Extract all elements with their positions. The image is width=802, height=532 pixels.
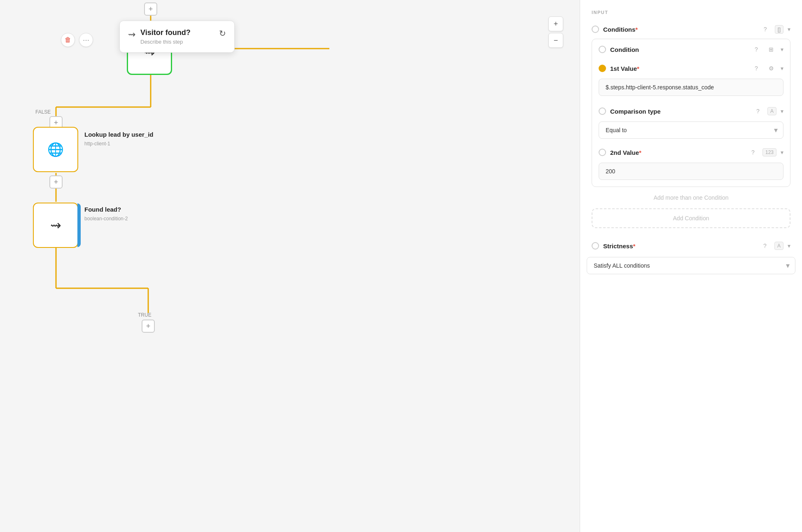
plus-between-nodes[interactable]: + — [49, 175, 63, 189]
globe-icon: 🌐 — [47, 142, 64, 157]
add-condition-button[interactable]: Add Condition — [592, 208, 790, 228]
canvas-area: + 🗑 ⋯ ⇝ ⇝ Visitor found? Describe this s… — [0, 0, 580, 532]
condition-dropdown-arrow[interactable]: ▾ — [781, 46, 783, 53]
strictness-dropdown-arrow[interactable]: ▾ — [788, 243, 790, 249]
false-label: FALSE — [35, 109, 51, 115]
zoom-in-button[interactable]: + — [548, 16, 563, 31]
lookup-lead-title: Lookup lead by user_id — [84, 131, 154, 138]
bracket-type-indicator: [] — [775, 25, 783, 34]
second-value-input[interactable] — [599, 163, 783, 180]
comparison-type-dropdown-arrow[interactable]: ▾ — [781, 108, 783, 114]
node-popup: ⇝ Visitor found? Describe this step ↻ — [119, 21, 235, 53]
strictness-select-wrapper: Satisfy ALL conditions Satisfy ANY condi… — [587, 257, 795, 274]
conditions-label: Conditions* — [603, 26, 756, 33]
more-button[interactable]: ⋯ — [79, 33, 93, 47]
second-value-help-icon[interactable]: ? — [748, 147, 758, 158]
first-value-input[interactable] — [599, 79, 783, 96]
comparison-type-label: Comparison type — [610, 108, 748, 115]
comparison-type-radio[interactable] — [599, 107, 606, 115]
strictness-radio[interactable] — [592, 242, 599, 250]
second-value-label: 2nd Value* — [610, 149, 744, 156]
strictness-select[interactable]: Satisfy ALL conditions Satisfy ANY condi… — [587, 257, 795, 274]
strictness-help-icon[interactable]: ? — [760, 240, 770, 251]
found-lead-title: Found lead? — [84, 206, 121, 213]
condition-icon: ⇝ — [50, 217, 61, 233]
conditions-dropdown-arrow[interactable]: ▾ — [788, 26, 790, 33]
comparison-type-select[interactable]: Equal to Not equal to Greater than Less … — [599, 121, 783, 139]
bottom-plus-button[interactable]: + — [142, 320, 155, 333]
node-actions: 🗑 ⋯ — [61, 33, 93, 47]
popup-content: Visitor found? Describe this step — [140, 28, 214, 45]
lookup-lead-subtitle: http-client-1 — [84, 141, 110, 147]
right-panel: INPUT Conditions* ? [] ▾ Condition ? ⊞ ▾… — [580, 0, 802, 532]
delete-button[interactable]: 🗑 — [61, 33, 75, 47]
zoom-controls: + − — [548, 16, 563, 48]
section-label: INPUT — [580, 0, 802, 20]
first-value-row: 1st Value* ? ⚙ ▾ — [592, 60, 790, 77]
strictness-row: Strictness* ? A ▾ — [580, 236, 802, 255]
second-value-radio[interactable] — [599, 149, 606, 156]
first-value-branch-icon[interactable]: ⚙ — [766, 63, 776, 74]
second-value-dropdown-arrow[interactable]: ▾ — [781, 149, 783, 156]
conditions-row: Conditions* ? [] ▾ — [580, 20, 802, 39]
popup-refresh-button[interactable]: ↻ — [219, 28, 226, 38]
strictness-label: Strictness* — [603, 243, 755, 250]
first-value-help-icon[interactable]: ? — [751, 63, 762, 74]
condition-help-icon[interactable]: ? — [751, 44, 762, 55]
second-value-badge: 123 — [762, 148, 776, 156]
lookup-lead-node[interactable]: 🌐 — [33, 127, 78, 172]
condition-block: Condition ? ⊞ ▾ 1st Value* ? ⚙ ▾ Compari… — [592, 39, 790, 187]
condition-header: Condition ? ⊞ ▾ — [592, 39, 790, 60]
conditions-radio[interactable] — [592, 26, 599, 33]
condition-radio[interactable] — [599, 46, 606, 53]
popup-title: Visitor found? — [140, 28, 214, 37]
comparison-type-badge: A — [767, 107, 776, 115]
conditions-help-icon[interactable]: ? — [760, 24, 771, 35]
strictness-badge: A — [774, 242, 783, 250]
comparison-type-help-icon[interactable]: ? — [753, 106, 763, 117]
comparison-type-select-wrapper: Equal to Not equal to Greater than Less … — [599, 121, 783, 139]
first-value-dropdown-arrow[interactable]: ▾ — [781, 65, 783, 72]
found-lead-node[interactable]: ⇝ — [33, 203, 78, 248]
zoom-out-button[interactable]: − — [548, 33, 563, 48]
first-value-label: 1st Value* — [610, 65, 747, 72]
condition-title: Condition — [610, 46, 747, 53]
true-label: TRUE — [138, 312, 152, 318]
popup-description[interactable]: Describe this step — [140, 39, 214, 45]
flow-lines — [0, 0, 580, 532]
add-more-conditions-link[interactable]: Add more than one Condition — [580, 187, 802, 208]
found-lead-subtitle: boolean-condition-2 — [84, 216, 128, 222]
popup-icon: ⇝ — [128, 29, 135, 40]
condition-grid-icon[interactable]: ⊞ — [766, 44, 776, 55]
top-plus-button[interactable]: + — [144, 2, 157, 16]
first-value-radio[interactable] — [599, 65, 606, 72]
second-value-row: 2nd Value* ? 123 ▾ — [592, 144, 790, 161]
blue-accent-bar — [77, 203, 81, 247]
comparison-type-row: Comparison type ? A ▾ — [592, 103, 790, 120]
